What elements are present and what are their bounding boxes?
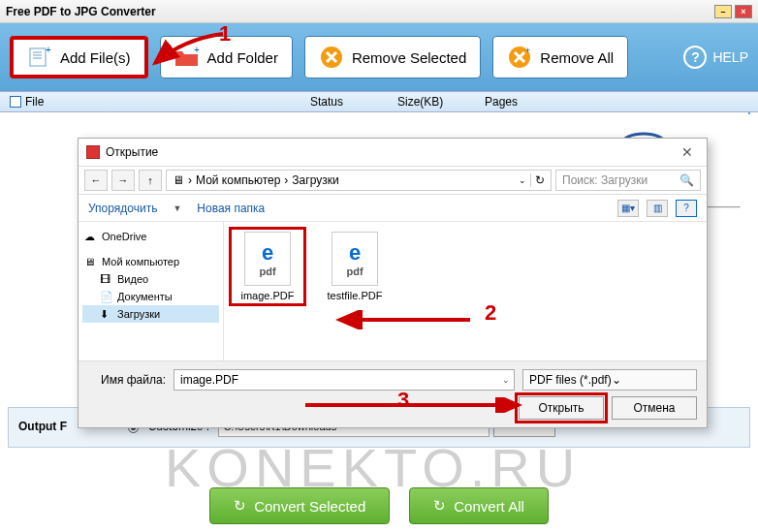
remove-all-button[interactable]: + Remove All: [492, 36, 628, 78]
crumb-downloads[interactable]: Загрузки: [292, 173, 338, 187]
view-mode-button[interactable]: ▦▾: [617, 200, 639, 217]
add-files-button[interactable]: + Add File(s): [10, 36, 148, 78]
folder-plus-icon: +: [174, 45, 200, 70]
tree-documents[interactable]: 📄Документы: [82, 288, 219, 305]
convert-all-label: Convert All: [454, 498, 524, 515]
main-toolbar: + Add File(s) + Add Folder Remove Select…: [0, 23, 758, 91]
file-name: image.PDF: [234, 290, 301, 301]
add-files-label: Add File(s): [60, 49, 131, 66]
filename-input[interactable]: image.PDF⌄: [174, 369, 515, 391]
file-item-selected[interactable]: epdf image.PDF: [234, 232, 301, 301]
nav-forward-button[interactable]: →: [111, 170, 135, 191]
crumb-mycomputer[interactable]: Мой компьютер: [196, 173, 280, 187]
remove-all-label: Remove All: [540, 49, 614, 66]
dialog-close-button[interactable]: ✕: [676, 144, 699, 160]
convert-row: ↻ Convert Selected ↻ Convert All: [0, 487, 758, 524]
search-placeholder: Поиск: Загрузки: [562, 173, 647, 187]
tree-onedrive[interactable]: ☁OneDrive: [82, 228, 219, 245]
nav-up-button[interactable]: ↑: [139, 170, 162, 191]
convert-all-button[interactable]: ↻ Convert All: [409, 487, 549, 524]
pdf-file-icon: epdf: [244, 232, 291, 286]
tree-video[interactable]: 🎞Видео: [82, 270, 219, 288]
dialog-file-pane: epdf image.PDF epdf testfile.PDF: [224, 222, 707, 360]
breadcrumb[interactable]: 🖥 › Мой компьютер › Загрузки ⌄ ↻: [166, 170, 552, 191]
col-size: Size(KB): [397, 95, 485, 109]
tree-downloads[interactable]: ⬇Загрузки: [82, 305, 219, 323]
search-icon: 🔍: [679, 173, 694, 187]
col-pages: Pages: [485, 95, 543, 109]
video-icon: 🎞: [100, 273, 113, 285]
convert-selected-label: Convert Selected: [254, 498, 365, 515]
remove-icon: [319, 45, 344, 70]
downloads-icon: ⬇: [100, 308, 113, 320]
add-folder-button[interactable]: + Add Folder: [160, 36, 293, 78]
svg-text:+: +: [525, 46, 530, 55]
app-icon: [86, 145, 100, 159]
help-icon: ?: [683, 46, 707, 69]
col-status: Status: [310, 95, 397, 109]
file-list-header: File Status Size(KB) Pages: [0, 91, 758, 112]
pdf-file-icon: epdf: [332, 232, 378, 286]
svg-text:+: +: [46, 46, 51, 55]
remove-selected-button[interactable]: Remove Selected: [304, 36, 481, 78]
minimize-button[interactable]: –: [714, 5, 732, 18]
cancel-button[interactable]: Отмена: [612, 396, 697, 420]
dialog-nav: ← → ↑ 🖥 › Мой компьютер › Загрузки ⌄ ↻ П…: [79, 166, 707, 195]
convert-selected-button[interactable]: ↻ Convert Selected: [209, 487, 390, 524]
window-titlebar: Free PDF to JPG Converter – ×: [0, 0, 758, 23]
new-folder-button[interactable]: Новая папка: [197, 202, 265, 215]
pc-icon: 🖥: [84, 256, 98, 267]
filename-label: Имя файла:: [88, 373, 166, 387]
window-title: Free PDF to JPG Converter: [6, 5, 156, 18]
file-name: testfile.PDF: [321, 290, 389, 301]
dialog-titlebar: Открытие ✕: [79, 139, 707, 166]
file-plus-icon: +: [27, 45, 52, 70]
organize-menu[interactable]: Упорядочить: [88, 202, 157, 215]
documents-icon: 📄: [100, 291, 113, 302]
svg-text:+: +: [194, 46, 200, 55]
refresh-icon: ↻: [234, 497, 246, 515]
open-button[interactable]: Открыть: [519, 396, 604, 420]
cloud-icon: ☁: [84, 231, 98, 242]
dialog-search-input[interactable]: Поиск: Загрузки 🔍: [555, 170, 701, 191]
remove-selected-label: Remove Selected: [352, 49, 466, 66]
dialog-help-button[interactable]: ?: [676, 200, 697, 217]
remove-all-icon: +: [507, 45, 532, 70]
open-file-dialog: Открытие ✕ ← → ↑ 🖥 › Мой компьютер › Заг…: [78, 138, 708, 428]
help-label: HELP: [712, 49, 748, 65]
dialog-toolbar: Упорядочить ▼ Новая папка ▦▾ ▥ ?: [79, 195, 707, 222]
dialog-title: Открытие: [106, 145, 158, 159]
file-item[interactable]: epdf testfile.PDF: [321, 232, 389, 301]
col-file: File: [25, 95, 44, 109]
add-folder-label: Add Folder: [207, 49, 278, 66]
refresh-icon: ↻: [433, 497, 446, 515]
dialog-tree: ☁OneDrive 🖥Мой компьютер 🎞Видео 📄Докумен…: [79, 222, 224, 360]
svg-rect-0: [30, 48, 46, 66]
preview-pane-button[interactable]: ▥: [647, 200, 668, 217]
close-button[interactable]: ×: [735, 5, 752, 18]
help-link[interactable]: ? HELP: [683, 46, 748, 69]
select-all-checkbox[interactable]: [10, 96, 21, 108]
tree-mycomputer[interactable]: 🖥Мой компьютер: [82, 253, 219, 270]
filetype-select[interactable]: PDF files (*.pdf)⌄: [522, 369, 697, 391]
nav-back-button[interactable]: ←: [84, 170, 108, 191]
pc-icon: 🖥: [173, 173, 184, 187]
dialog-bottom: Имя файла: image.PDF⌄ PDF files (*.pdf)⌄…: [79, 360, 707, 427]
